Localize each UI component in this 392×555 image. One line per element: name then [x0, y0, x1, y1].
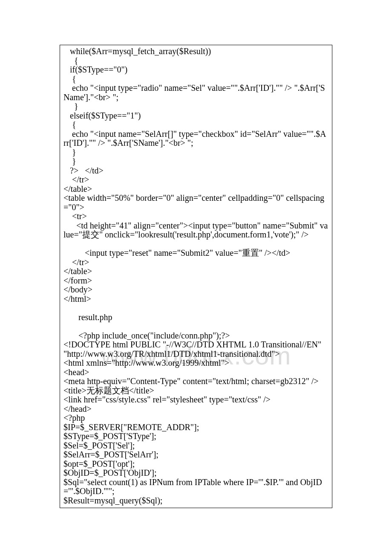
code-line: {	[63, 56, 329, 66]
code-line: <html xmlns="http://www.w3.org/1999/xhtm…	[63, 358, 329, 368]
code-line: <head>	[63, 368, 329, 377]
blank-line	[63, 304, 329, 313]
code-line: echo "<input name="SelArr[]" type="check…	[63, 130, 329, 148]
code-line: }	[63, 157, 329, 166]
code-line: </tr>	[63, 175, 329, 185]
code-line: while($Arr=mysql_fetch_array($Result))	[63, 47, 329, 56]
blank-line	[63, 240, 329, 249]
code-line: <?php include_once("include/conn.php");?…	[63, 331, 329, 341]
code-line: </tr>	[63, 258, 329, 267]
code-line: </html>	[63, 295, 329, 304]
code-line: echo "<input type="radio" name="Sel" val…	[63, 84, 329, 102]
code-line: {	[63, 120, 329, 130]
code-lines-container: while($Arr=mysql_fetch_array($Result)) {…	[63, 47, 329, 505]
code-line: $SType=$_POST['SType'];	[63, 432, 329, 441]
code-line: if($SType=="0")	[63, 65, 329, 75]
code-line: <?php	[63, 413, 329, 423]
code-line: elseif($SType=="1")	[63, 111, 329, 121]
code-line: }	[63, 102, 329, 111]
code-line: {	[63, 75, 329, 84]
code-line: <title>无标题文档</title>	[63, 386, 329, 396]
code-line: $IP=$_SERVER["REMOTE_ADDR"];	[63, 423, 329, 432]
code-line: $ObjID=$_POST['ObjID'];	[63, 468, 329, 478]
blank-line	[63, 322, 329, 331]
code-line: result.php	[63, 313, 329, 322]
code-line: </table>	[63, 267, 329, 276]
code-document-box: while($Arr=mysql_fetch_array($Result)) {…	[60, 45, 332, 508]
code-line: <input type="reset" name="Submit2" value…	[63, 249, 329, 258]
code-line: </body>	[63, 285, 329, 295]
code-line: }	[63, 148, 329, 157]
code-line: $SelArr=$_POST['SelArr'];	[63, 450, 329, 460]
code-line: <table width="50%" border="0" align="cen…	[63, 194, 329, 212]
code-line: $Sel=$_POST['Sel'];	[63, 441, 329, 451]
code-line: </form>	[63, 276, 329, 286]
code-line: $Sql="select count(1) as IPNum from IPTa…	[63, 478, 329, 496]
code-line: <td height="41" align="center"><input ty…	[63, 221, 329, 240]
code-line: <tr>	[63, 212, 329, 221]
code-line: </head>	[63, 405, 329, 414]
code-line: $Result=mysql_query($Sql);	[63, 496, 329, 506]
code-line: ?> </td>	[63, 166, 329, 176]
code-line: <!DOCTYPE html PUBLIC "-//W3C//DTD XHTML…	[63, 340, 329, 358]
code-line: </table>	[63, 185, 329, 194]
code-line: <link href="css/style.css" rel="styleshe…	[63, 395, 329, 405]
code-line: <meta http-equiv="Content-Type" content=…	[63, 377, 329, 386]
code-line: $opt=$_POST['opt'];	[63, 460, 329, 469]
